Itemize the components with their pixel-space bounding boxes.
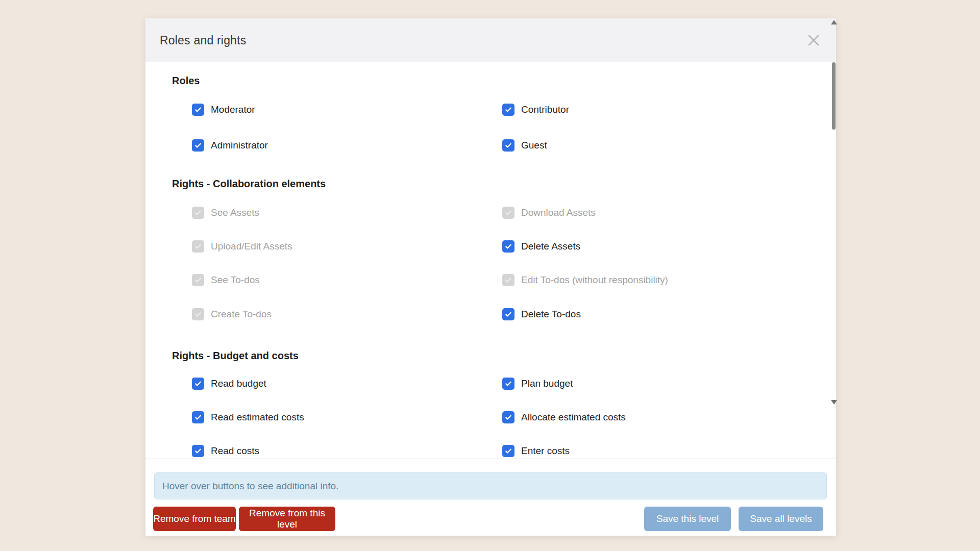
save-all-levels-button[interactable]: Save all levels bbox=[739, 507, 823, 531]
checkbox-label: Create To-dos bbox=[211, 309, 272, 320]
checkbox-item: Contributor bbox=[502, 104, 569, 116]
checkbox-label[interactable]: Enter costs bbox=[521, 445, 570, 457]
checkmark-icon bbox=[504, 209, 512, 217]
checkmark-icon bbox=[504, 310, 512, 318]
roles-and-rights-dialog: Roles and rights Roles Moderator Contrib… bbox=[145, 18, 836, 536]
checkmark-icon bbox=[194, 141, 202, 149]
checkmark-icon bbox=[504, 380, 512, 388]
checkbox-label[interactable]: Guest bbox=[521, 140, 547, 151]
scrollbar-up-arrow[interactable] bbox=[831, 20, 837, 24]
checkmark-icon bbox=[194, 106, 202, 114]
checkbox[interactable] bbox=[502, 378, 514, 390]
checkbox[interactable] bbox=[502, 139, 514, 152]
checkbox-item: Upload/Edit Assets bbox=[192, 240, 292, 253]
checkbox-item: Read costs bbox=[192, 445, 259, 457]
checkmark-icon bbox=[504, 447, 512, 455]
checkbox[interactable] bbox=[502, 411, 514, 423]
checkbox-label: Upload/Edit Assets bbox=[211, 241, 292, 252]
checkbox-item: Administrator bbox=[192, 139, 268, 152]
checkbox-label[interactable]: Read budget bbox=[211, 378, 266, 389]
checkmark-icon bbox=[194, 380, 202, 388]
checkbox-item: Enter costs bbox=[502, 445, 570, 457]
checkbox-label[interactable]: Administrator bbox=[211, 140, 268, 151]
remove-from-this-level-button[interactable]: Remove from this level bbox=[239, 507, 335, 531]
checkbox-label[interactable]: Read costs bbox=[211, 445, 259, 457]
checkbox bbox=[192, 308, 204, 320]
checkbox[interactable] bbox=[192, 104, 204, 116]
section-title-budget: Rights - Budget and costs bbox=[172, 348, 299, 363]
checkmark-icon bbox=[194, 413, 202, 421]
checkmark-icon bbox=[504, 276, 512, 284]
checkbox-item: Moderator bbox=[192, 104, 255, 116]
checkbox-item: Plan budget bbox=[502, 378, 573, 390]
scrollbar-thumb[interactable] bbox=[832, 62, 836, 130]
checkbox-label: Download Assets bbox=[521, 207, 596, 218]
dialog-footer: Hover over buttons to see additional inf… bbox=[145, 458, 836, 536]
checkbox-label: See To-dos bbox=[211, 274, 260, 286]
checkmark-icon bbox=[504, 413, 512, 421]
checkbox[interactable] bbox=[502, 308, 514, 320]
dialog-header: Roles and rights bbox=[145, 18, 836, 62]
section-title-roles: Roles bbox=[172, 73, 200, 88]
checkbox[interactable] bbox=[502, 445, 514, 457]
scrollbar-down-arrow[interactable] bbox=[831, 400, 837, 405]
checkmark-icon bbox=[504, 141, 512, 149]
dialog-scroll-area: Roles Moderator Contributor Administrato… bbox=[145, 62, 836, 458]
checkbox[interactable] bbox=[502, 104, 514, 116]
checkbox-item: Delete To-dos bbox=[502, 308, 581, 320]
checkbox-label[interactable]: Delete To-dos bbox=[521, 309, 581, 320]
checkbox-item: Read budget bbox=[192, 378, 266, 390]
checkbox-item: Read estimated costs bbox=[192, 411, 304, 423]
checkbox-label[interactable]: Plan budget bbox=[521, 378, 573, 389]
remove-from-team-button[interactable]: Remove from team bbox=[153, 507, 236, 531]
checkmark-icon bbox=[194, 447, 202, 455]
checkbox[interactable] bbox=[502, 240, 514, 253]
close-button[interactable] bbox=[805, 32, 822, 48]
checkbox-label[interactable]: Delete Assets bbox=[521, 241, 580, 252]
checkbox-label[interactable]: Read estimated costs bbox=[211, 412, 304, 423]
checkmark-icon bbox=[194, 276, 202, 284]
checkmark-icon bbox=[504, 106, 512, 114]
checkbox-label[interactable]: Contributor bbox=[521, 104, 569, 115]
checkmark-icon bbox=[504, 242, 512, 251]
checkbox-item: Guest bbox=[502, 139, 547, 152]
dialog-title: Roles and rights bbox=[160, 18, 246, 62]
checkbox-item: Allocate estimated costs bbox=[502, 411, 626, 423]
close-icon bbox=[806, 33, 821, 48]
checkbox-label[interactable]: Allocate estimated costs bbox=[521, 412, 626, 423]
checkbox-item: See To-dos bbox=[192, 274, 260, 286]
checkbox-item: Delete Assets bbox=[502, 240, 580, 253]
checkbox-item: Edit To-dos (without responsibility) bbox=[502, 274, 668, 286]
checkbox-label: See Assets bbox=[211, 207, 259, 218]
save-this-level-button[interactable]: Save this level bbox=[644, 507, 731, 531]
checkbox-label[interactable]: Moderator bbox=[211, 104, 255, 115]
checkbox[interactable] bbox=[192, 378, 204, 390]
checkbox-item: Download Assets bbox=[502, 207, 596, 219]
checkbox-item: See Assets bbox=[192, 207, 259, 219]
checkmark-icon bbox=[194, 209, 202, 217]
info-bar: Hover over buttons to see additional inf… bbox=[154, 472, 827, 499]
section-title-collaboration: Rights - Collaboration elements bbox=[172, 177, 326, 191]
checkbox[interactable] bbox=[192, 445, 204, 457]
checkbox bbox=[192, 274, 204, 286]
checkbox bbox=[502, 207, 514, 219]
checkbox bbox=[192, 240, 204, 253]
checkbox[interactable] bbox=[192, 411, 204, 423]
checkmark-icon bbox=[194, 242, 202, 251]
checkbox bbox=[192, 207, 204, 219]
checkbox bbox=[502, 274, 514, 286]
checkbox-item: Create To-dos bbox=[192, 308, 272, 320]
checkmark-icon bbox=[194, 310, 202, 318]
checkbox[interactable] bbox=[192, 139, 204, 152]
checkbox-label: Edit To-dos (without responsibility) bbox=[521, 274, 668, 286]
